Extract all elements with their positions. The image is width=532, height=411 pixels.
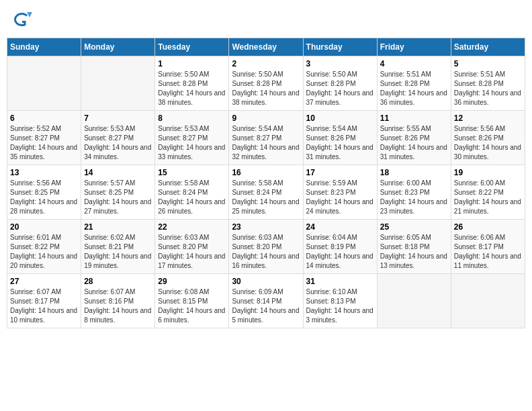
calendar-day-cell: 10Sunrise: 5:54 AM Sunset: 8:26 PM Dayli… <box>303 111 377 165</box>
day-number: 25 <box>380 222 448 232</box>
day-info: Sunrise: 6:07 AM Sunset: 8:16 PM Dayligh… <box>84 287 152 325</box>
day-number: 27 <box>10 277 78 286</box>
calendar-week-row: 20Sunrise: 6:01 AM Sunset: 8:22 PM Dayli… <box>7 220 525 274</box>
day-info: Sunrise: 5:56 AM Sunset: 8:25 PM Dayligh… <box>10 179 78 216</box>
calendar-day-cell: 25Sunrise: 6:05 AM Sunset: 8:18 PM Dayli… <box>377 220 451 274</box>
calendar-week-row: 6Sunrise: 5:52 AM Sunset: 8:27 PM Daylig… <box>7 111 525 165</box>
calendar-day-cell: 29Sunrise: 6:08 AM Sunset: 8:15 PM Dayli… <box>155 274 229 328</box>
day-info: Sunrise: 6:07 AM Sunset: 8:17 PM Dayligh… <box>10 287 78 325</box>
day-number: 9 <box>232 113 300 123</box>
calendar-day-cell: 5Sunrise: 5:51 AM Sunset: 8:28 PM Daylig… <box>451 56 525 111</box>
day-info: Sunrise: 6:03 AM Sunset: 8:20 PM Dayligh… <box>232 233 300 271</box>
day-of-week-header: Monday <box>81 38 155 56</box>
day-info: Sunrise: 5:50 AM Sunset: 8:28 PM Dayligh… <box>158 70 226 107</box>
day-info: Sunrise: 5:51 AM Sunset: 8:28 PM Dayligh… <box>380 70 448 107</box>
page-header <box>7 7 525 32</box>
day-info: Sunrise: 6:09 AM Sunset: 8:14 PM Dayligh… <box>232 287 300 325</box>
calendar-day-cell: 11Sunrise: 5:55 AM Sunset: 8:26 PM Dayli… <box>377 111 451 165</box>
calendar-day-cell: 18Sunrise: 6:00 AM Sunset: 8:23 PM Dayli… <box>377 165 451 220</box>
day-info: Sunrise: 6:00 AM Sunset: 8:23 PM Dayligh… <box>380 179 448 216</box>
day-number: 22 <box>158 222 226 232</box>
day-info: Sunrise: 5:58 AM Sunset: 8:24 PM Dayligh… <box>232 179 300 216</box>
calendar-day-cell: 8Sunrise: 5:53 AM Sunset: 8:27 PM Daylig… <box>155 111 229 165</box>
day-number: 31 <box>306 277 374 286</box>
day-info: Sunrise: 5:50 AM Sunset: 8:28 PM Dayligh… <box>306 70 374 107</box>
day-info: Sunrise: 5:52 AM Sunset: 8:27 PM Dayligh… <box>10 124 78 162</box>
day-info: Sunrise: 6:02 AM Sunset: 8:21 PM Dayligh… <box>84 233 152 271</box>
calendar-day-cell: 2Sunrise: 5:50 AM Sunset: 8:28 PM Daylig… <box>229 56 303 111</box>
day-number: 26 <box>454 222 522 232</box>
calendar-day-cell: 21Sunrise: 6:02 AM Sunset: 8:21 PM Dayli… <box>81 220 155 274</box>
day-number: 4 <box>380 59 448 68</box>
calendar-day-cell: 13Sunrise: 5:56 AM Sunset: 8:25 PM Dayli… <box>7 165 81 220</box>
calendar-day-cell <box>451 274 525 328</box>
day-info: Sunrise: 5:53 AM Sunset: 8:27 PM Dayligh… <box>84 124 152 162</box>
calendar-week-row: 27Sunrise: 6:07 AM Sunset: 8:17 PM Dayli… <box>7 274 525 328</box>
calendar-day-cell: 27Sunrise: 6:07 AM Sunset: 8:17 PM Dayli… <box>7 274 81 328</box>
calendar-day-cell: 26Sunrise: 6:06 AM Sunset: 8:17 PM Dayli… <box>451 220 525 274</box>
calendar-week-row: 1Sunrise: 5:50 AM Sunset: 8:28 PM Daylig… <box>7 56 525 111</box>
day-of-week-header: Wednesday <box>229 38 303 56</box>
day-info: Sunrise: 5:56 AM Sunset: 8:26 PM Dayligh… <box>454 124 522 162</box>
calendar-day-cell <box>7 56 81 111</box>
day-info: Sunrise: 6:10 AM Sunset: 8:13 PM Dayligh… <box>306 287 374 325</box>
day-of-week-header: Friday <box>377 38 451 56</box>
day-number: 7 <box>84 113 152 123</box>
day-number: 5 <box>454 59 522 68</box>
day-number: 28 <box>84 277 152 286</box>
day-number: 8 <box>158 113 226 123</box>
calendar-day-cell: 6Sunrise: 5:52 AM Sunset: 8:27 PM Daylig… <box>7 111 81 165</box>
calendar-day-cell: 12Sunrise: 5:56 AM Sunset: 8:26 PM Dayli… <box>451 111 525 165</box>
day-number: 10 <box>306 113 374 123</box>
day-info: Sunrise: 5:50 AM Sunset: 8:28 PM Dayligh… <box>232 70 300 107</box>
day-number: 23 <box>232 222 300 232</box>
day-of-week-header: Thursday <box>303 38 377 56</box>
day-of-week-header: Tuesday <box>155 38 229 56</box>
calendar-day-cell: 3Sunrise: 5:50 AM Sunset: 8:28 PM Daylig… <box>303 56 377 111</box>
calendar-day-cell: 31Sunrise: 6:10 AM Sunset: 8:13 PM Dayli… <box>303 274 377 328</box>
day-info: Sunrise: 5:55 AM Sunset: 8:26 PM Dayligh… <box>380 124 448 162</box>
day-info: Sunrise: 5:58 AM Sunset: 8:24 PM Dayligh… <box>158 179 226 216</box>
day-info: Sunrise: 6:00 AM Sunset: 8:22 PM Dayligh… <box>454 179 522 216</box>
day-number: 29 <box>158 277 226 286</box>
calendar-day-cell: 7Sunrise: 5:53 AM Sunset: 8:27 PM Daylig… <box>81 111 155 165</box>
svg-marker-0 <box>27 12 32 17</box>
day-of-week-header: Saturday <box>451 38 525 56</box>
calendar-day-cell: 20Sunrise: 6:01 AM Sunset: 8:22 PM Dayli… <box>7 220 81 274</box>
day-of-week-header: Sunday <box>7 38 81 56</box>
day-info: Sunrise: 5:54 AM Sunset: 8:27 PM Dayligh… <box>232 124 300 162</box>
day-number: 16 <box>232 168 300 177</box>
calendar-day-cell: 15Sunrise: 5:58 AM Sunset: 8:24 PM Dayli… <box>155 165 229 220</box>
day-info: Sunrise: 6:03 AM Sunset: 8:20 PM Dayligh… <box>158 233 226 271</box>
calendar-day-cell <box>81 56 155 111</box>
day-info: Sunrise: 6:01 AM Sunset: 8:22 PM Dayligh… <box>10 233 78 271</box>
day-number: 20 <box>10 222 78 232</box>
day-info: Sunrise: 5:51 AM Sunset: 8:28 PM Dayligh… <box>454 70 522 107</box>
day-number: 14 <box>84 168 152 177</box>
day-info: Sunrise: 6:04 AM Sunset: 8:19 PM Dayligh… <box>306 233 374 271</box>
calendar-header-row: SundayMondayTuesdayWednesdayThursdayFrid… <box>7 38 525 56</box>
calendar-day-cell: 14Sunrise: 5:57 AM Sunset: 8:25 PM Dayli… <box>81 165 155 220</box>
calendar-day-cell: 1Sunrise: 5:50 AM Sunset: 8:28 PM Daylig… <box>155 56 229 111</box>
calendar-day-cell: 17Sunrise: 5:59 AM Sunset: 8:23 PM Dayli… <box>303 165 377 220</box>
day-number: 24 <box>306 222 374 232</box>
calendar-week-row: 13Sunrise: 5:56 AM Sunset: 8:25 PM Dayli… <box>7 165 525 220</box>
calendar-day-cell <box>377 274 451 328</box>
day-number: 18 <box>380 168 448 177</box>
day-info: Sunrise: 6:08 AM Sunset: 8:15 PM Dayligh… <box>158 287 226 325</box>
calendar-day-cell: 19Sunrise: 6:00 AM Sunset: 8:22 PM Dayli… <box>451 165 525 220</box>
day-info: Sunrise: 6:05 AM Sunset: 8:18 PM Dayligh… <box>380 233 448 271</box>
calendar-day-cell: 23Sunrise: 6:03 AM Sunset: 8:20 PM Dayli… <box>229 220 303 274</box>
day-number: 11 <box>380 113 448 123</box>
day-number: 1 <box>158 59 226 68</box>
calendar-day-cell: 22Sunrise: 6:03 AM Sunset: 8:20 PM Dayli… <box>155 220 229 274</box>
day-number: 21 <box>84 222 152 232</box>
day-info: Sunrise: 5:53 AM Sunset: 8:27 PM Dayligh… <box>158 124 226 162</box>
day-number: 15 <box>158 168 226 177</box>
day-number: 13 <box>10 168 78 177</box>
calendar-day-cell: 24Sunrise: 6:04 AM Sunset: 8:19 PM Dayli… <box>303 220 377 274</box>
day-info: Sunrise: 5:59 AM Sunset: 8:23 PM Dayligh… <box>306 179 374 216</box>
day-number: 30 <box>232 277 300 286</box>
logo-icon <box>12 9 32 30</box>
day-number: 2 <box>232 59 300 68</box>
